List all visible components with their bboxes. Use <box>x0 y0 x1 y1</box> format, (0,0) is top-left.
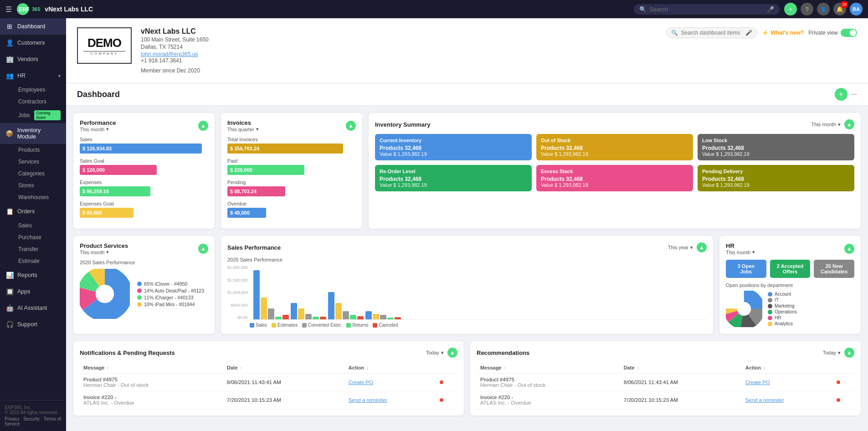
rec-col-status <box>833 362 854 374</box>
sp-group-4 <box>365 311 401 319</box>
main-layout: ⊞ Dashboard 👤 Customers 🏢 Vendors 👥 HR ▾… <box>0 18 868 431</box>
rec-col-message[interactable]: Message ↕ <box>477 362 620 374</box>
inv-reorder: Re-Order Level Products 32,468 Value $ 1… <box>375 165 532 191</box>
sp-collapse-btn[interactable]: ▲ <box>697 242 707 252</box>
rec-action-1[interactable]: Create PO <box>742 374 833 391</box>
performance-chevron: ▾ <box>106 126 109 132</box>
add-icon[interactable]: + <box>784 3 797 15</box>
sp-bar-red-4 <box>395 317 401 319</box>
notif-collapse-btn[interactable]: ▲ <box>447 348 457 358</box>
topbar-search-box[interactable]: 🔍 🎤 <box>634 4 780 15</box>
company-info: vNext Labs LLC 100 Main Street, Suite 16… <box>141 27 657 74</box>
sidebar-item-stores[interactable]: Stores <box>13 180 66 191</box>
sidebar-label-hr: HR <box>17 72 26 79</box>
private-view-switch[interactable] <box>841 29 857 37</box>
sidebar-label-orders: Orders <box>17 208 35 215</box>
dashboard-search-input[interactable] <box>681 30 743 36</box>
ps-collapse-btn[interactable]: ▲ <box>198 244 208 254</box>
sidebar-item-support[interactable]: 🎧 Support <box>0 316 66 333</box>
rec-col-action[interactable]: Action ↕ <box>742 362 833 374</box>
rec-period-text: Today <box>823 350 836 355</box>
performance-collapse-btn[interactable]: ▲ <box>198 121 208 131</box>
security-link[interactable]: Security <box>23 416 40 421</box>
notif-msg-1: Product #4975Herman Chair - Out of stock <box>80 374 223 391</box>
invoices-period[interactable]: This quarter ▾ <box>227 126 259 132</box>
avatar[interactable]: BA <box>850 3 863 15</box>
inv-sum-period[interactable]: This month ▾ <box>812 122 841 128</box>
add-widget-button[interactable]: + <box>835 88 847 101</box>
notif-date-2: 7/20/2021 10:15:23 AM <box>223 391 345 409</box>
sidebar-item-vendors[interactable]: 🏢 Vendors <box>0 51 66 67</box>
sidebar-item-warehouses[interactable]: Warehouses <box>13 191 66 203</box>
rec-collapse-btn[interactable]: ▲ <box>844 348 854 358</box>
notif-col-date[interactable]: Date ↕ <box>223 362 345 374</box>
sp-period[interactable]: This year ▾ <box>668 245 693 251</box>
sidebar-item-sales[interactable]: Sales <box>13 220 66 231</box>
sp-bar-gray-3 <box>343 311 349 319</box>
sidebar-item-apps[interactable]: 🔲 Apps <box>0 283 66 300</box>
notif-action-1[interactable]: Create PO <box>345 374 436 391</box>
inv-sum-collapse-btn[interactable]: ▲ <box>844 119 854 129</box>
company-email[interactable]: john.morad@erp365.us <box>141 51 657 57</box>
sidebar-item-customers[interactable]: 👤 Customers <box>0 35 66 51</box>
hr-collapse-btn[interactable]: ▲ <box>844 244 854 254</box>
inv-reorder-label: Re-Order Level <box>380 169 527 174</box>
goal-label: Sales Goal <box>80 158 208 164</box>
performance-period[interactable]: This month ▾ <box>80 126 116 132</box>
sidebar-item-jobs[interactable]: Jobs Coming Soon <box>13 108 66 123</box>
search-input[interactable] <box>649 6 764 13</box>
sidebar-item-services[interactable]: Services <box>13 156 66 168</box>
sidebar-item-categories[interactable]: Categories <box>13 168 66 180</box>
hr-open-jobs-btn[interactable]: 3 OpenJobs <box>726 260 766 278</box>
rec-period[interactable]: Today ▾ <box>823 350 841 356</box>
help-icon[interactable]: ? <box>801 3 813 15</box>
inv-low-prod: Products 32,468 <box>702 145 850 151</box>
sidebar-item-inventory[interactable]: 📦 Inventory Module <box>0 123 66 144</box>
sidebar-item-hr[interactable]: 👥 HR ▾ <box>0 67 66 84</box>
sp-bar-red-3 <box>357 316 364 319</box>
sidebar-item-products[interactable]: Products <box>13 144 66 156</box>
sidebar-item-contractors[interactable]: Contractors <box>13 96 66 108</box>
footer-links: Privacy · Security · Terms of Service <box>5 416 62 426</box>
sidebar-item-employees[interactable]: Employees <box>13 84 66 96</box>
dashboard-more-button[interactable]: ··· <box>851 90 857 98</box>
sidebar-label-products: Products <box>18 147 40 153</box>
hr-period[interactable]: This month ▾ <box>726 249 755 255</box>
search-icon: 🔍 <box>639 6 647 13</box>
rec-col-date[interactable]: Date ↕ <box>620 362 742 374</box>
hr-dot-operations <box>768 310 772 314</box>
hamburger-icon[interactable]: ☰ <box>5 5 12 14</box>
sidebar-item-transfer[interactable]: Transfer <box>13 243 66 255</box>
privacy-link[interactable]: Privacy <box>5 416 20 421</box>
whats-new-link[interactable]: ⚡ What's new? <box>762 30 804 36</box>
invoices-card: Invoices This quarter ▾ ▲ Total Invoices… <box>221 113 362 229</box>
company-address2: Dallas, TX 75214 <box>141 44 657 50</box>
notif-col-action[interactable]: Action ↕ <box>345 362 436 374</box>
sidebar-item-estimate[interactable]: Estimate <box>13 255 66 267</box>
sidebar-item-reports[interactable]: 📊 Reports <box>0 267 66 283</box>
vendors-icon: 🏢 <box>5 55 14 63</box>
invoices-collapse-btn[interactable]: ▲ <box>346 121 356 131</box>
sidebar-item-purchase[interactable]: Purchase <box>13 231 66 243</box>
sp-legend-estimates: Estimates <box>272 323 298 328</box>
legend-dot-icharger <box>137 295 142 300</box>
table-row: Product #4975Herman Chair - Out of stock… <box>80 374 457 391</box>
sidebar-item-orders[interactable]: 📋 Orders <box>0 203 66 220</box>
sp-label-converted: Converted Estm. <box>308 323 342 328</box>
notif-col-message[interactable]: Message ↕ <box>80 362 223 374</box>
sidebar-item-ai-assistant[interactable]: 🤖 AI Assistant <box>0 300 66 316</box>
hr-label-hr: HR <box>775 315 781 320</box>
notification-badge: 18 <box>841 1 848 8</box>
microphone-icon[interactable]: 🎤 <box>767 6 774 13</box>
sidebar-item-dashboard[interactable]: ⊞ Dashboard <box>0 18 66 35</box>
notif-action-2[interactable]: Send a reminder <box>345 391 436 409</box>
dashboard-search-box[interactable]: 🔍 🎤 <box>666 27 757 38</box>
rec-action-2[interactable]: Send a reminder <box>742 391 833 409</box>
ps-period[interactable]: This month ▾ <box>80 249 128 255</box>
sp-bar-green-1 <box>275 317 282 319</box>
user-icon[interactable]: 👤 <box>817 3 830 15</box>
hr-candidates-btn[interactable]: 25 NewCandidates <box>814 260 854 278</box>
hr-accepted-offers-btn[interactable]: 2 AcceptedOffers <box>770 260 811 278</box>
dash-mic-icon[interactable]: 🎤 <box>745 30 752 36</box>
notif-period[interactable]: Today ▾ <box>426 350 444 356</box>
